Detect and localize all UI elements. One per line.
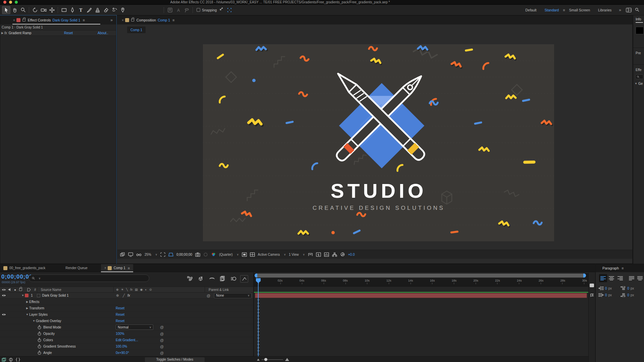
- navigator-start-handle[interactable]: [255, 274, 257, 278]
- time-ruler[interactable]: 00s 02s 04s 06s 08s 10s 12s 14s 16s 18s …: [254, 278, 589, 287]
- stopwatch-icon[interactable]: [38, 331, 41, 336]
- lasso-option-icon[interactable]: [182, 6, 191, 14]
- exposure-value[interactable]: +0.0: [348, 253, 355, 256]
- property-row-angle[interactable]: Angle 0x+90.0° @: [0, 350, 253, 356]
- effect-name[interactable]: Gradient Ramp: [9, 31, 32, 35]
- resolution-dropdown[interactable]: (Quarter)∨: [219, 253, 238, 256]
- time-navigator[interactable]: [254, 273, 589, 278]
- fast-previews-icon[interactable]: [242, 252, 247, 257]
- property-row-transform[interactable]: ▶ Transform Reset: [0, 305, 253, 311]
- property-value[interactable]: 100%: [116, 332, 124, 336]
- expand-in-out-icon[interactable]: [16, 358, 20, 362]
- show-snapshot-icon[interactable]: [203, 252, 208, 257]
- adjustment-switch-icon[interactable]: ◐: [145, 288, 147, 291]
- pickwhip-icon[interactable]: @: [160, 325, 164, 329]
- vertical-scrollbar-thumb[interactable]: [590, 284, 594, 287]
- mask-visibility-option-icon[interactable]: [166, 6, 174, 14]
- comp-viewer-tab-label[interactable]: Comp 1: [130, 28, 142, 32]
- timeline-search-field[interactable]: ∨: [29, 275, 149, 282]
- stopwatch-icon[interactable]: [38, 338, 41, 342]
- space-before-field[interactable]: 0 px: [621, 286, 634, 290]
- effect-about-link[interactable]: About..: [98, 31, 108, 35]
- paragraph-panel-tab[interactable]: Paragraph: [602, 266, 619, 270]
- layer-row[interactable]: ▼ 1 Dark Gray Solid 1 ⊕ ╱ fx @ None∨: [0, 293, 253, 299]
- reset-link[interactable]: Reset: [116, 319, 124, 323]
- character-option-icon[interactable]: A: [174, 6, 182, 14]
- pickwhip-icon[interactable]: @: [160, 351, 164, 355]
- info-panel-tab[interactable]: Info: [633, 15, 644, 21]
- eye-icon[interactable]: [2, 313, 6, 316]
- zoom-slider-track[interactable]: [262, 359, 283, 360]
- exposure-reset-icon[interactable]: [316, 252, 321, 257]
- close-panel-icon[interactable]: ×: [122, 18, 124, 22]
- mini-flowchart-icon[interactable]: [187, 276, 193, 281]
- workspace-overflow-icon[interactable]: »: [615, 8, 625, 12]
- space-before-value[interactable]: 0: [627, 287, 629, 290]
- composition-tab-title[interactable]: Composition: [137, 18, 156, 22]
- type-tool-button[interactable]: T: [76, 6, 85, 14]
- comp-marker-bin-icon[interactable]: [590, 293, 594, 297]
- channel-wheel-icon[interactable]: [211, 252, 216, 257]
- expander-icon[interactable]: ▼: [25, 313, 29, 316]
- workspace-default[interactable]: Default: [521, 8, 540, 12]
- view-dropdown[interactable]: Active Camera∨: [258, 253, 286, 256]
- lock-icon[interactable]: [131, 19, 134, 21]
- pan-behind-tool-button[interactable]: [48, 6, 56, 14]
- view-layout-dropdown[interactable]: 1 View∨: [289, 253, 305, 256]
- frame-blend-switch-icon[interactable]: ▤: [135, 288, 138, 291]
- property-label[interactable]: Blend Mode: [43, 325, 61, 329]
- property-value[interactable]: 100.0%: [116, 345, 127, 348]
- property-label[interactable]: Colors: [43, 338, 53, 342]
- stopwatch-icon[interactable]: [38, 351, 41, 355]
- resolution-value[interactable]: (Quarter): [219, 253, 233, 256]
- parent-pickwhip-icon[interactable]: @: [207, 294, 210, 298]
- layer-quality-switch[interactable]: ╱: [123, 294, 125, 297]
- region-of-interest-icon[interactable]: [160, 252, 165, 257]
- space-after-value[interactable]: 0: [627, 293, 629, 297]
- brush-tool-button[interactable]: [85, 6, 93, 14]
- align-right-button[interactable]: [616, 274, 624, 282]
- property-label[interactable]: Gradient Smoothness: [43, 345, 76, 348]
- panel-menu-icon[interactable]: ≡: [622, 266, 624, 270]
- magnification-dropdown[interactable]: 25%∨: [145, 253, 157, 256]
- project-panel-tab[interactable]: 00_free_gradients_pack: [0, 264, 49, 272]
- pen-tool-button[interactable]: [68, 6, 76, 14]
- expand-layer-switches-icon[interactable]: [2, 358, 6, 362]
- blend-mode-dropdown[interactable]: Normal∨: [116, 324, 153, 330]
- indent-right-value[interactable]: 0: [605, 293, 607, 297]
- panel-menu-icon[interactable]: ≡: [172, 18, 174, 22]
- layer-label-swatch[interactable]: [16, 18, 20, 22]
- justify-last-left-button[interactable]: [628, 274, 636, 282]
- property-label[interactable]: Gradient Overlay: [36, 319, 61, 323]
- snapping-checkbox[interactable]: [197, 8, 200, 12]
- project-tab-label[interactable]: 00_free_gradients_pack: [9, 266, 45, 270]
- shape-tool-button[interactable]: [60, 6, 68, 14]
- zoom-tool-button[interactable]: [19, 6, 27, 14]
- effect-controls-tab-title[interactable]: Effect Controls: [28, 18, 51, 22]
- effects-group-row[interactable]: ▼Ge: [635, 82, 644, 85]
- parent-value[interactable]: None: [216, 294, 224, 297]
- exposure-aperture-icon[interactable]: [340, 252, 345, 257]
- view-layout-value[interactable]: 1 View: [289, 253, 299, 256]
- panel-overflow-icon[interactable]: »: [110, 18, 113, 22]
- workspace-small-screen[interactable]: Small Screen: [565, 8, 594, 12]
- property-label[interactable]: Effects: [29, 300, 39, 304]
- glasses-icon[interactable]: [136, 252, 142, 257]
- roto-brush-tool-button[interactable]: [110, 6, 118, 14]
- effects-group-label[interactable]: Ge: [638, 82, 643, 85]
- layer-name[interactable]: Dark Gray Solid 1: [42, 294, 69, 297]
- transparency-grid-icon[interactable]: [168, 252, 173, 257]
- stopwatch-icon[interactable]: [38, 344, 41, 349]
- main-monitor-icon[interactable]: [128, 252, 133, 257]
- shy-layers-icon[interactable]: [209, 277, 215, 281]
- snap-to-features-icon[interactable]: [225, 6, 233, 14]
- audio-column-icon[interactable]: [8, 288, 11, 291]
- draft-3d-icon[interactable]: [198, 276, 203, 281]
- three-d-switch-icon[interactable]: ⊙: [149, 288, 152, 291]
- stopwatch-icon[interactable]: [38, 325, 41, 329]
- pickwhip-icon[interactable]: @: [160, 332, 164, 336]
- snapping-toggle[interactable]: Snapping: [197, 8, 217, 12]
- property-row-opacity[interactable]: Opacity 100% @: [0, 331, 253, 337]
- parent-dropdown[interactable]: None∨: [214, 293, 252, 298]
- graph-editor-button[interactable]: [240, 275, 248, 283]
